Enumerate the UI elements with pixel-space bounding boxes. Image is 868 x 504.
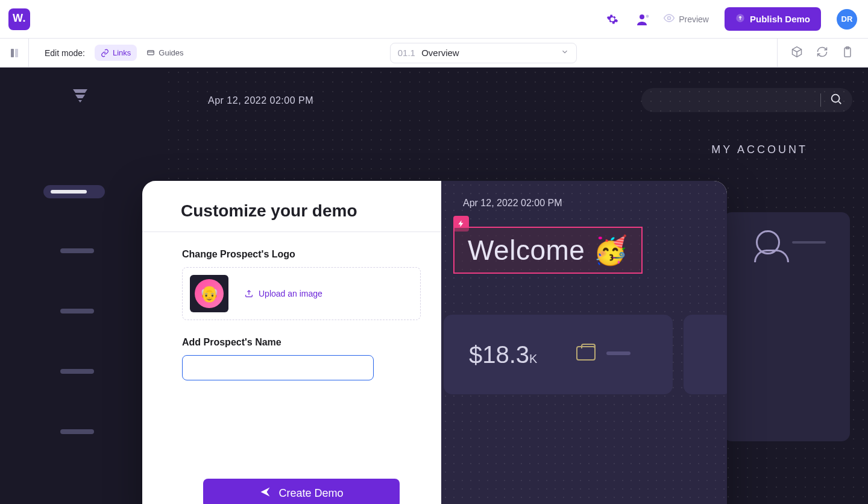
top-bar: W. Preview Publish Demo DR	[0, 0, 868, 39]
sidebar-toggle[interactable]	[0, 39, 29, 67]
upload-image-link[interactable]: Upload an image	[244, 289, 322, 298]
wallet-icon	[576, 346, 596, 361]
avatar-placeholder: 👴	[195, 279, 224, 308]
prospect-name-input[interactable]	[182, 355, 374, 380]
stat-card: $18.3K	[444, 315, 673, 394]
package-icon[interactable]	[791, 46, 803, 60]
toolbar-right-icons	[777, 39, 854, 67]
page-selector[interactable]: 01.1 Overview	[390, 43, 577, 63]
edit-mode-links[interactable]: Links	[95, 45, 137, 61]
links-label: Links	[113, 48, 131, 57]
edit-mode-label: Edit mode:	[45, 48, 85, 58]
user-initials: DR	[841, 14, 853, 24]
clipboard-icon[interactable]	[841, 46, 854, 60]
secondary-toolbar: Edit mode: Links Guides 01.1 Overview	[0, 39, 868, 68]
user-avatar[interactable]: DR	[837, 9, 857, 30]
customize-demo-modal: Customize your demo Change Prospect's Lo…	[142, 181, 727, 504]
app-logo-letter: W.	[13, 12, 26, 25]
publish-button[interactable]: Publish Demo	[725, 7, 821, 31]
svg-point-2	[668, 17, 671, 20]
app-logo[interactable]: W.	[8, 8, 30, 30]
modal-preview-panel: Apr 12, 2022 02:00 PM Welcome 🥳 $18.3K	[441, 181, 727, 504]
welcome-highlight[interactable]: Welcome 🥳	[453, 227, 643, 274]
page-index: 01.1	[398, 48, 415, 58]
refresh-icon[interactable]	[816, 46, 828, 60]
send-icon	[259, 486, 271, 501]
settings-gear-icon[interactable]	[605, 12, 620, 27]
create-demo-button[interactable]: Create Demo	[203, 479, 400, 504]
welcome-emoji: 🥳	[593, 234, 628, 266]
edit-mode-guides[interactable]: Guides	[140, 45, 189, 61]
eye-icon	[663, 12, 675, 26]
modal-overlay: Customize your demo Change Prospect's Lo…	[0, 68, 868, 504]
stat-amount: $18.3K	[469, 341, 537, 368]
chevron-down-icon	[561, 48, 569, 58]
add-name-label: Add Prospect's Name	[182, 337, 421, 348]
svg-point-1	[646, 14, 649, 17]
preview-timestamp: Apr 12, 2022 02:00 PM	[463, 198, 562, 209]
preview-toggle[interactable]: Preview	[663, 12, 709, 26]
upload-link-label: Upload an image	[259, 289, 322, 298]
logo-thumbnail: 👴	[190, 275, 228, 312]
modal-form: Customize your demo Change Prospect's Lo…	[142, 181, 441, 504]
upload-icon	[244, 289, 254, 298]
team-icon[interactable]	[637, 12, 651, 27]
upload-icon	[735, 13, 745, 25]
guides-label: Guides	[159, 48, 183, 57]
preview-label: Preview	[679, 14, 709, 24]
edit-mode-segment: Links Guides	[95, 45, 190, 61]
stat-card-secondary	[684, 315, 727, 394]
create-demo-label: Create Demo	[278, 487, 343, 500]
publish-label: Publish Demo	[750, 14, 810, 24]
logo-upload-box: 👴 Upload an image	[182, 267, 421, 320]
editor-canvas: Apr 12, 2022 02:00 PM MY ACCOUNT Customi…	[0, 68, 868, 504]
svg-point-0	[640, 14, 644, 19]
welcome-text: Welcome	[468, 234, 585, 266]
svg-rect-4	[148, 50, 154, 54]
change-logo-label: Change Prospect's Logo	[182, 249, 421, 260]
page-name: Overview	[421, 48, 459, 58]
modal-title: Customize your demo	[181, 201, 421, 221]
